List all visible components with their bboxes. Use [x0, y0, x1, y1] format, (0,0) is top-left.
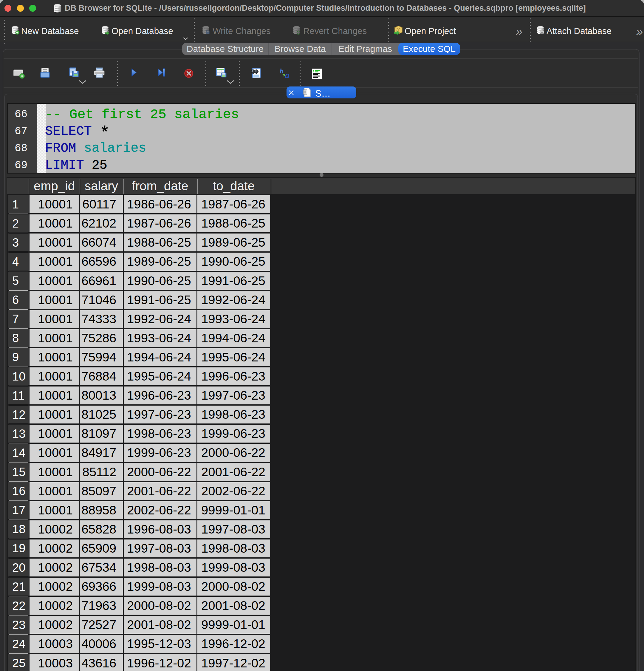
- svg-text:a: a: [285, 70, 289, 80]
- svg-text:h: h: [280, 67, 284, 75]
